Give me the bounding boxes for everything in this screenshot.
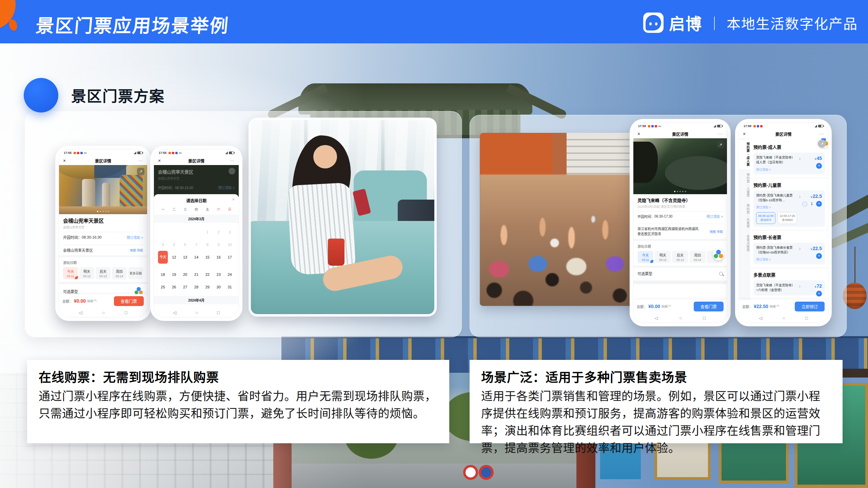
book-now-button[interactable]: 立即预订	[795, 302, 825, 311]
calendar-day[interactable]: 2	[213, 228, 224, 236]
sidebar-category[interactable]: 预约票-成人票	[739, 140, 750, 169]
calendar-day[interactable]: 7	[191, 241, 202, 249]
calendar-day[interactable]	[191, 228, 202, 236]
home-icon[interactable]: ○	[679, 316, 682, 321]
more-icon[interactable]: ···	[230, 159, 235, 163]
recents-icon[interactable]: □	[125, 310, 127, 315]
detail-label[interactable]: 明细	[662, 304, 668, 309]
nav-bar: × 景区详情 ···	[739, 129, 828, 138]
date-chip[interactable]: 明天 03-12	[655, 251, 671, 263]
back-icon[interactable]: ◁	[79, 310, 82, 315]
calendar-day[interactable]: 25	[157, 283, 169, 291]
date-chip[interactable]: 周四 03-14	[112, 267, 127, 279]
more-icon[interactable]: ···	[718, 132, 723, 136]
scenic-subname: 会稽山兜率天宫	[63, 225, 143, 229]
calendar-day[interactable]: 4	[157, 241, 169, 249]
open-hours-row: 开园时间： 06:30-17:30 预订须知 >	[637, 211, 723, 221]
calendar-day[interactable]: 13	[180, 253, 191, 261]
time-slot-selected[interactable]: 06:30-12:00 余32674	[756, 212, 775, 224]
calendar-day[interactable]: 31	[224, 283, 235, 291]
calendar-day[interactable]	[157, 228, 169, 236]
booking-notice-link[interactable]: 预订须知 >	[706, 214, 723, 219]
more-icon[interactable]: ···	[138, 159, 143, 163]
ticket-card[interactable]: 灵隐飞来峰（不含灵隐寺）+六和塔（含登塔） ¥72 +	[753, 280, 825, 296]
home-icon[interactable]: ○	[783, 316, 785, 321]
booking-notice-link[interactable]: 预订须知 >	[756, 167, 822, 172]
ticket-card[interactable]: 预约票-灵隐飞来峰长者票（仅限60-69周岁购买） ¥22.5 + 预订须知 >	[753, 243, 825, 265]
recents-icon[interactable]: □	[805, 316, 808, 321]
date-chip[interactable]: 今天 03-11	[637, 251, 653, 263]
calendar-day[interactable]: 17	[224, 253, 235, 261]
calendar-day[interactable]: 28	[191, 283, 202, 291]
more-dates-chip[interactable]: 更多日期	[128, 267, 143, 279]
floor	[59, 206, 147, 214]
calendar-day[interactable]	[180, 228, 191, 236]
slot-time: 06:30-12:00	[758, 214, 773, 218]
share-icon[interactable]: ↗	[717, 141, 724, 148]
calendar-day[interactable]	[169, 228, 180, 236]
modal-close-icon[interactable]: ×	[232, 197, 235, 202]
calendar-day[interactable]: 18	[157, 270, 169, 279]
add-ticket-button[interactable]: +	[816, 201, 822, 207]
sidebar-category[interactable]: 多景点联票	[739, 232, 750, 255]
date-chip[interactable]: 今天 03-11	[63, 267, 78, 279]
ticket-card[interactable]: 预约票-灵隐飞来峰儿童票（仅限6-18周岁购… ¥22.5 − 1 + 预订须知…	[753, 190, 825, 227]
calendar-day[interactable]: 9	[213, 241, 224, 249]
more-icon[interactable]: ···	[819, 132, 824, 136]
back-icon[interactable]: ◁	[759, 316, 762, 321]
calendar-day[interactable]: 20	[180, 270, 191, 279]
ticket-price: ¥45	[814, 156, 822, 161]
calendar-day[interactable]: 5	[169, 241, 180, 249]
calendar-day[interactable]: 6	[180, 241, 191, 249]
add-ticket-button[interactable]: +	[816, 163, 822, 169]
calendar-day[interactable]: 30	[213, 283, 224, 291]
add-ticket-button[interactable]: +	[816, 291, 822, 297]
calendar-day[interactable]: 24	[224, 270, 235, 279]
add-ticket-button[interactable]: +	[816, 253, 822, 259]
calendar-day[interactable]: 15	[202, 253, 213, 261]
remove-ticket-button[interactable]: −	[802, 202, 807, 207]
calendar-day[interactable]: 今天	[158, 251, 168, 264]
calendar-day[interactable]: 26	[169, 283, 180, 291]
calendar-day[interactable]: 1	[202, 228, 213, 236]
calendar-day[interactable]: 19	[169, 270, 180, 279]
booking-notice-link[interactable]: 预订须知 >	[126, 235, 143, 240]
calendar-day[interactable]: 23	[213, 270, 224, 279]
booking-notice-link[interactable]: 预订须知 >	[756, 205, 822, 209]
date-chip[interactable]: 后天 03-13	[96, 267, 111, 279]
calendar-day[interactable]: 27	[180, 283, 191, 291]
ticket-card[interactable]: 灵隐飞来峰（不含灵隐寺）成人票（当日有效） ¥45 + 预订须知 >	[753, 152, 825, 175]
sidebar-category[interactable]: 预约票-儿童票	[739, 170, 750, 200]
map-nav[interactable]: 地图·导航	[710, 229, 723, 234]
date-chip[interactable]: 周四 03-14	[690, 251, 706, 263]
detail-label[interactable]: 明细	[87, 299, 93, 303]
share-icon[interactable]: ↗	[137, 168, 144, 175]
view-tickets-button[interactable]: 查看门票	[114, 296, 144, 306]
recents-icon[interactable]: □	[703, 316, 706, 321]
back-icon[interactable]: ◁	[655, 316, 658, 321]
calendar-day[interactable]: 10	[224, 241, 235, 249]
search-icon[interactable]	[719, 272, 723, 276]
date-chip[interactable]: 后天 03-13	[672, 251, 688, 263]
time-slot[interactable]: 12:00-17:25 余39950	[777, 212, 797, 224]
calendar-day[interactable]: 29	[202, 283, 213, 291]
share-icon[interactable]: ↗	[818, 140, 826, 148]
view-tickets-button[interactable]: 查看门票	[694, 302, 724, 311]
booking-notice-link[interactable]: 预订须知 >	[756, 257, 822, 262]
detail-label[interactable]: 明细	[770, 304, 776, 309]
sidebar-category[interactable]: 预约票-长者票	[739, 201, 750, 231]
home-icon[interactable]: ○	[102, 310, 105, 315]
calendar-day[interactable]: 16	[213, 253, 224, 261]
date-chip[interactable]: 明天 03-12	[79, 267, 94, 279]
calendar-day[interactable]: 14	[191, 253, 202, 261]
calendar-day[interactable]: 21	[191, 270, 202, 279]
calendar-day[interactable]: 22	[202, 270, 213, 279]
calendar-day[interactable]: 8	[202, 241, 213, 249]
home-icon[interactable]: ○	[195, 310, 198, 315]
info-card-title: 场景广泛：适用于多种门票售卖场景	[481, 367, 831, 386]
back-icon[interactable]: ◁	[173, 310, 176, 315]
calendar-day[interactable]: 3	[224, 228, 235, 236]
calendar-day[interactable]: 12	[169, 253, 180, 261]
map-nav[interactable]: 地图·导航	[130, 248, 143, 252]
recents-icon[interactable]: □	[217, 310, 220, 315]
